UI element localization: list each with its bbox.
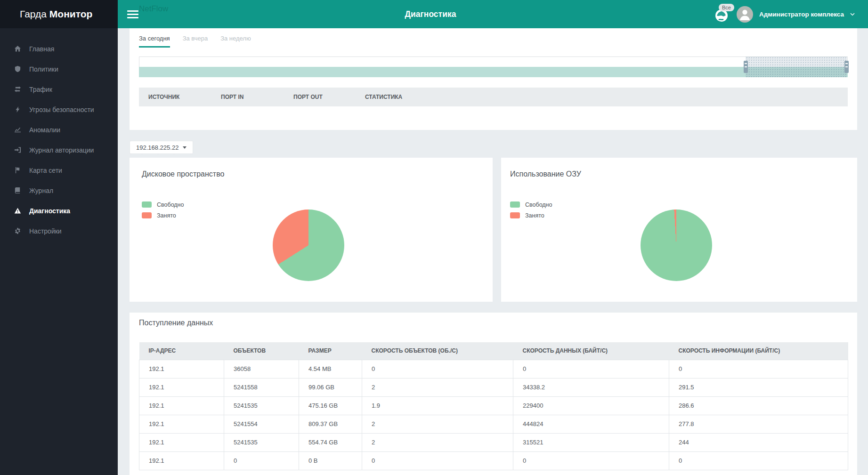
cell-info-rate: 277.8 — [669, 415, 848, 433]
cell-objects: 0 — [224, 451, 299, 470]
netflow-card: За сегодня За вчера За неделю ИСТОЧНИК П… — [130, 28, 857, 130]
cell-size: 809.37 GB — [299, 415, 362, 433]
cell-size: 554.74 GB — [299, 433, 362, 451]
legend-swatch-used — [142, 212, 152, 218]
tab-week[interactable]: За неделю — [220, 35, 251, 48]
table-row: 192.1360584.54 MB000 — [139, 360, 848, 378]
ingest-table-header: IP-АДРЕС ОБЪЕКТОВ РАЗМЕР СКОРОСТЬ ОБЪЕКТ… — [139, 342, 848, 360]
time-range-track-top — [139, 56, 848, 67]
cell-size: 475.16 GB — [299, 396, 362, 415]
flow-col-statistics: СТАТИСТИКА — [356, 94, 848, 100]
sign-in-icon — [13, 146, 22, 154]
avatar[interactable] — [737, 6, 753, 23]
cell-ip: 192.1 — [139, 433, 224, 451]
source-select[interactable]: 192.168.225.22 — [130, 141, 193, 154]
user-menu[interactable]: Администратор комплекса — [759, 11, 844, 18]
page-title: Диагностика — [383, 0, 478, 28]
time-range-slider[interactable] — [139, 56, 848, 77]
cell-ip: 192.1 — [139, 451, 224, 470]
sidebar-item-diagnostics[interactable]: Диагностика — [0, 201, 118, 221]
cell-info-rate: 286.6 — [669, 396, 848, 415]
time-range-track-bottom — [139, 67, 848, 77]
ram-usage-pie-chart — [641, 209, 712, 281]
sidebar-item-threats[interactable]: Угрозы безопасности — [0, 99, 118, 120]
brand-bold: Монитор — [49, 8, 93, 19]
sidebar-item-label: Угрозы безопасности — [29, 106, 94, 113]
disk-space-legend: Свободно Занято — [142, 199, 184, 221]
cell-data-rate: 34338.2 — [513, 378, 669, 396]
notifications-badge: Все — [719, 4, 734, 11]
chevron-down-icon[interactable] — [850, 13, 855, 16]
disk-space-pie-chart — [273, 209, 344, 281]
cell-info-rate: 291.5 — [669, 378, 848, 396]
sidebar-item-journal[interactable]: Журнал — [0, 180, 118, 201]
cell-object-rate: 1.9 — [362, 396, 513, 415]
tab-yesterday[interactable]: За вчера — [183, 35, 208, 48]
cell-data-rate: 315521 — [513, 433, 669, 451]
sidebar-item-policies[interactable]: Политики — [0, 59, 118, 79]
sidebar-item-network-map[interactable]: Карта сети — [0, 160, 118, 180]
legend-swatch-used — [510, 212, 520, 218]
data-ingest-table: IP-АДРЕС ОБЪЕКТОВ РАЗМЕР СКОРОСТЬ ОБЪЕКТ… — [139, 342, 848, 470]
sidebar-item-settings[interactable]: Настройки — [0, 221, 118, 241]
chart-line-icon — [13, 126, 22, 134]
hamburger-menu-icon[interactable] — [127, 10, 138, 18]
source-select-value: 192.168.225.22 — [136, 144, 178, 151]
cell-info-rate: 0 — [669, 451, 848, 470]
flow-table-empty-body — [139, 106, 848, 128]
warning-triangle-icon — [13, 207, 22, 215]
brand-regular: Гарда — [20, 8, 49, 19]
sidebar: Гарда Монитор Главная Политики Трафик Уг… — [0, 0, 118, 475]
cell-objects: 5241554 — [224, 415, 299, 433]
ram-usage-legend: Свободно Занято — [510, 199, 552, 221]
sidebar-item-anomalies[interactable]: Аномалии — [0, 120, 118, 140]
legend-swatch-free — [142, 201, 152, 208]
col-data-rate: СКОРОСТЬ ДАННЫХ (БАЙТ/С) — [513, 342, 669, 360]
sidebar-nav: Главная Политики Трафик Угрозы безопасно… — [0, 28, 118, 241]
table-row: 192.15241535475.16 GB1.9229400286.6 — [139, 396, 848, 415]
legend-label-free: Свободно — [525, 201, 552, 208]
cell-data-rate: 0 — [513, 360, 669, 378]
sidebar-item-traffic[interactable]: Трафик — [0, 79, 118, 99]
cell-object-rate: 2 — [362, 433, 513, 451]
flow-table: ИСТОЧНИК ПОРТ IN ПОРТ OUT СТАТИСТИКА — [139, 88, 848, 128]
sidebar-item-label: Журнал авторизации — [29, 146, 94, 154]
cell-object-rate: 0 — [362, 360, 513, 378]
data-ingest-title: Поступление данных — [139, 319, 848, 327]
cell-object-rate: 0 — [362, 451, 513, 470]
bolt-icon — [13, 106, 22, 113]
time-range-handle-right[interactable] — [844, 61, 849, 73]
sidebar-item-label: Настройки — [29, 227, 62, 235]
sidebar-item-label: Трафик — [29, 86, 52, 93]
sidebar-item-label: Главная — [29, 45, 54, 53]
flow-col-port-out: ПОРТ OUT — [284, 94, 356, 100]
col-ip-address: IP-АДРЕС — [139, 342, 224, 360]
shield-icon — [13, 65, 22, 73]
col-objects: ОБЪЕКТОВ — [224, 342, 299, 360]
cell-object-rate: 2 — [362, 415, 513, 433]
sidebar-item-auth-log[interactable]: Журнал авторизации — [0, 140, 118, 160]
time-range-handle-left[interactable] — [744, 61, 748, 73]
table-row: 192.15241554809.37 GB2444824277.8 — [139, 415, 848, 433]
map-flag-icon — [13, 167, 22, 174]
col-info-rate: СКОРОСТЬ ИНФОРМАЦИИ (БАЙТ/С) — [669, 342, 848, 360]
period-tabs: За сегодня За вчера За неделю — [139, 35, 848, 48]
traffic-arrows-icon — [13, 86, 22, 93]
time-range-selection[interactable] — [746, 56, 847, 77]
flow-table-header: ИСТОЧНИК ПОРТ IN ПОРТ OUT СТАТИСТИКА — [139, 88, 848, 106]
user-icon — [737, 6, 753, 23]
cell-objects: 5241535 — [224, 396, 299, 415]
disk-space-card: Дисковое пространство Свободно Занято — [130, 158, 493, 302]
sidebar-item-label: Журнал — [29, 187, 53, 194]
cell-ip: 192.1 — [139, 415, 224, 433]
brand-logo: Гарда Монитор — [0, 0, 118, 28]
cell-objects: 5241535 — [224, 433, 299, 451]
tab-today[interactable]: За сегодня — [139, 35, 170, 48]
notifications-globe[interactable]: Все — [714, 5, 730, 24]
flow-col-port-in: ПОРТ IN — [211, 94, 284, 100]
col-size: РАЗМЕР — [299, 342, 362, 360]
gear-icon — [13, 227, 22, 235]
sidebar-item-home[interactable]: Главная — [0, 39, 118, 59]
cell-data-rate: 444824 — [513, 415, 669, 433]
book-icon — [13, 187, 22, 194]
